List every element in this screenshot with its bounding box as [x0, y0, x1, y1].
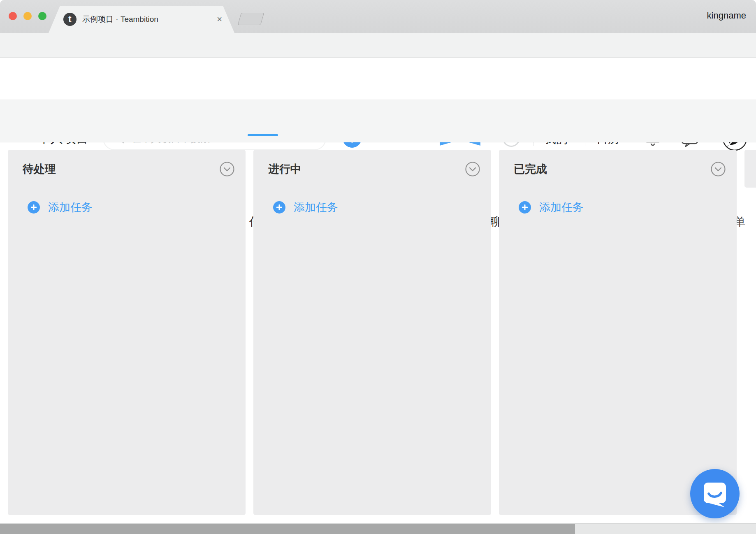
close-window-button[interactable] — [9, 12, 17, 20]
column-title: 已完成 — [514, 162, 547, 176]
project-subheader: 首页 › 示例项目 ★ 任务 分享 文件 日程 群聊 2 视图 — [0, 100, 756, 142]
add-task-label: 添加任务 — [294, 200, 338, 215]
tab-title: 示例项目 · Teambition — [82, 14, 158, 25]
column-collapse-icon[interactable] — [710, 161, 726, 177]
browser-toolbar: 安全 https://www.teambition.com/project/58… — [0, 33, 756, 58]
add-plus-icon — [273, 201, 285, 214]
support-chat-button[interactable] — [690, 469, 740, 518]
kanban-column-doing: 进行中 添加任务 — [253, 150, 491, 515]
new-tab-button[interactable] — [238, 13, 264, 25]
kanban-column-partial — [744, 150, 756, 188]
kanban-column-done: 已完成 添加任务 — [499, 150, 737, 515]
add-plus-icon — [28, 201, 40, 214]
kanban-column-todo: 待处理 添加任务 — [8, 150, 246, 515]
browser-tab-bar: t 示例项目 · Teambition × kingname — [0, 0, 756, 33]
active-tab-underline — [248, 134, 278, 136]
add-task-button[interactable]: 添加任务 — [28, 200, 246, 215]
horizontal-scrollbar[interactable] — [0, 523, 756, 534]
column-header: 待处理 — [8, 150, 246, 177]
tab-close-icon[interactable]: × — [217, 14, 222, 25]
add-task-button[interactable]: 添加任务 — [273, 200, 491, 215]
browser-tab[interactable]: t 示例项目 · Teambition × — [49, 6, 234, 33]
column-header: 已完成 — [499, 150, 737, 177]
scrollbar-thumb[interactable] — [0, 524, 575, 534]
column-title: 待处理 — [23, 162, 56, 176]
window-controls — [9, 12, 46, 20]
add-task-label: 添加任务 — [48, 200, 93, 215]
app-header: 个人项目 新功能 ? 我的 日历 — [0, 58, 756, 100]
chat-bubble-icon — [690, 469, 740, 518]
teambition-favicon: t — [63, 13, 77, 26]
add-task-button[interactable]: 添加任务 — [519, 200, 737, 215]
column-collapse-icon[interactable] — [465, 161, 480, 177]
column-collapse-icon[interactable] — [219, 161, 235, 177]
chrome-profile-name[interactable]: kingname — [707, 10, 746, 21]
add-plus-icon — [519, 201, 531, 214]
fullscreen-window-button[interactable] — [38, 12, 46, 20]
browser-window: t 示例项目 · Teambition × kingname 安全 https:… — [0, 0, 756, 534]
add-task-label: 添加任务 — [539, 200, 584, 215]
column-title: 进行中 — [268, 162, 301, 176]
minimize-window-button[interactable] — [23, 12, 32, 20]
column-header: 进行中 — [253, 150, 491, 177]
